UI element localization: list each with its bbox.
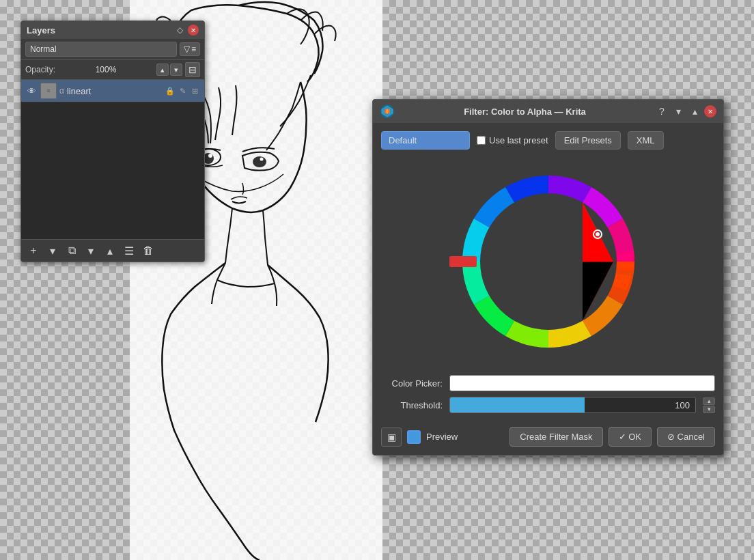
layer-edit-icon[interactable]: ✎ (177, 85, 188, 96)
filter-icon2: ≡ (191, 44, 196, 54)
threshold-fill (450, 397, 585, 412)
opacity-row: Opacity: 100% ▴ ▾ ⊟ (21, 60, 204, 80)
preset-select[interactable]: Default (381, 131, 470, 150)
filter-icon-button[interactable]: ▽ ≡ (180, 42, 200, 56)
layers-empty-area (21, 102, 204, 239)
filter-dialog-title: Filter: Color to Alpha — Krita (395, 107, 655, 117)
opacity-down-button[interactable]: ▾ (170, 64, 182, 76)
layer-properties-button[interactable]: ☰ (121, 242, 137, 259)
use-last-preset-checkbox[interactable] (477, 136, 486, 145)
filter-maximize-button[interactable]: ▴ (688, 104, 701, 118)
edit-presets-button[interactable]: Edit Presets (555, 131, 621, 150)
ok-button[interactable]: ✓ OK (609, 427, 652, 447)
opacity-label: Opacity: (25, 65, 55, 74)
clear-layer-button[interactable]: ⊟ (185, 62, 200, 77)
layer-settings-icon[interactable]: ⊞ (189, 85, 200, 96)
layers-toolbar: + ▾ ⧉ ▾ ▴ ☰ 🗑 (21, 239, 204, 262)
threshold-down-button[interactable]: ▾ (703, 406, 715, 413)
layer-lock-icon[interactable]: 🔒 (165, 85, 176, 96)
layers-pin-icon[interactable]: ◇ (174, 25, 185, 36)
layer-move-up-button[interactable]: ▴ (102, 242, 118, 259)
xml-button[interactable]: XML (628, 131, 664, 150)
svg-point-4 (253, 156, 266, 167)
titlebar-icons: ◇ ✕ (174, 25, 199, 36)
filter-body: Default Use last preset Edit Presets XML (373, 123, 723, 455)
preset-row: Default Use last preset Edit Presets XML (381, 131, 715, 150)
color-picker-bar[interactable] (449, 375, 715, 391)
layer-item[interactable]: 👁 ≡ α lineart 🔒 ✎ ⊞ (21, 80, 204, 102)
preview-icon-button[interactable]: ▣ (381, 428, 402, 447)
svg-point-5 (260, 158, 264, 161)
blend-mode-row: Normal ▽ ≡ (21, 39, 204, 60)
create-filter-mask-button[interactable]: Create Filter Mask (509, 427, 602, 447)
filter-actions: ▣ Preview Create Filter Mask ✓ OK ⊘ Canc… (381, 424, 715, 447)
opacity-value: 100% (58, 65, 154, 74)
cancel-button[interactable]: ⊘ Cancel (657, 427, 715, 447)
filter-close-button[interactable]: ✕ (704, 105, 716, 117)
use-last-preset-text: Use last preset (489, 135, 548, 145)
filter-titlebar: Filter: Color to Alpha — Krita ? ▾ ▴ ✕ (373, 100, 723, 123)
layer-thumb-content: ≡ (46, 87, 50, 94)
threshold-slider[interactable]: 100 (449, 397, 696, 413)
threshold-up-button[interactable]: ▴ (703, 397, 715, 405)
layers-titlebar: Layers ◇ ✕ (21, 21, 204, 39)
filter-icon: ▽ (184, 44, 190, 54)
delete-layer-button[interactable]: 🗑 (140, 242, 156, 259)
blend-mode-select[interactable]: Normal (25, 42, 177, 57)
opacity-up-button[interactable]: ▴ (156, 64, 169, 76)
preview-panel-icon: ▣ (387, 432, 396, 443)
layer-name: lineart (67, 86, 162, 96)
krita-app-icon (380, 104, 395, 119)
filter-minimize-button[interactable]: ▾ (671, 104, 685, 118)
filter-titlebar-buttons: ? ▾ ▴ ✕ (655, 104, 716, 118)
layers-title: Layers (27, 25, 55, 36)
layers-panel: Layers ◇ ✕ Normal ▽ ≡ Opacity: 100% ▴ ▾ … (20, 20, 205, 262)
preview-toggle[interactable] (407, 430, 421, 444)
filter-help-button[interactable]: ? (655, 104, 669, 118)
threshold-label: Threshold: (381, 400, 443, 410)
threshold-value: 100 (675, 400, 690, 410)
use-last-preset-label[interactable]: Use last preset (477, 135, 548, 145)
layers-close-button[interactable]: ✕ (188, 25, 199, 36)
threshold-row: Threshold: 100 ▴ ▾ (381, 397, 715, 413)
layer-copy-button[interactable]: ⧉ (64, 242, 80, 259)
preview-label: Preview (426, 432, 458, 442)
opacity-buttons: ▴ ▾ (156, 64, 182, 76)
color-wheel[interactable] (446, 159, 651, 364)
color-wheel-container (381, 159, 715, 364)
layer-lock-icons: 🔒 ✎ ⊞ (165, 85, 200, 96)
filter-dialog: Filter: Color to Alpha — Krita ? ▾ ▴ ✕ D… (372, 99, 724, 456)
layer-move-down-button[interactable]: ▾ (83, 242, 99, 259)
layer-alpha-icon: α (59, 86, 64, 96)
color-picker-row: Color Picker: (381, 375, 715, 391)
layer-thumbnail: ≡ (40, 83, 57, 99)
threshold-spinner: ▴ ▾ (703, 397, 715, 413)
svg-point-20 (596, 232, 600, 236)
layer-visibility-icon[interactable]: 👁 (25, 85, 38, 97)
layer-collapse-button[interactable]: ▾ (44, 242, 61, 259)
color-picker-label: Color Picker: (381, 378, 443, 389)
add-layer-button[interactable]: + (25, 242, 42, 259)
svg-rect-21 (449, 256, 477, 267)
svg-point-3 (208, 154, 212, 158)
